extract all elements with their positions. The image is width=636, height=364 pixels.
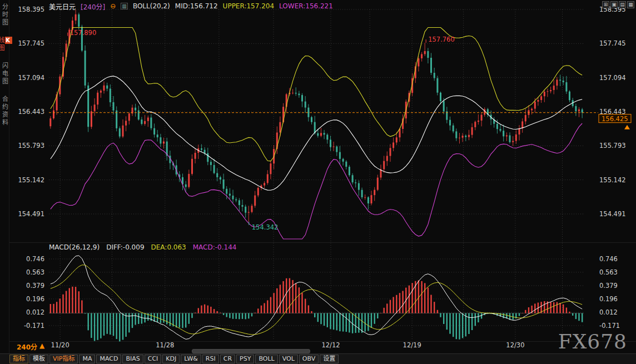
macd-dea-line — [51, 265, 582, 335]
svg-text:0.012: 0.012 — [26, 308, 44, 316]
toolbar-tab-vip-indicators[interactable]: VIP指标 — [49, 355, 78, 363]
svg-text:0.012: 0.012 — [599, 308, 618, 316]
svg-text:0.379: 0.379 — [26, 282, 44, 290]
toolbar-tab-psy[interactable]: PSY — [236, 355, 254, 363]
price-annotation: 157.760 — [426, 36, 455, 43]
toolbar-tab-settings[interactable]: 设置 — [320, 355, 339, 363]
price-direction-arrow-icon — [624, 125, 630, 129]
chart-canvas: 156.425157.890157.760154.342158.395158.3… — [0, 0, 636, 364]
indicator-icon[interactable]: ▥ — [121, 3, 128, 9]
symbol-title: 美元日元 — [49, 2, 76, 11]
toolbar-tab-bias[interactable]: BIAS — [122, 355, 143, 363]
svg-text:157.094: 157.094 — [18, 74, 44, 82]
add-icon[interactable]: ⊞ — [602, 1, 609, 8]
svg-text:0.196: 0.196 — [599, 295, 618, 303]
svg-text:-0.171: -0.171 — [24, 322, 44, 330]
svg-text:-0.171: -0.171 — [599, 322, 620, 330]
sidebar-item-k-line-chart[interactable]: K线图 — [0, 37, 12, 52]
boll-lower-value: LOWER:156.221 — [279, 2, 333, 10]
toolbar-tab-rsi[interactable]: RSI — [202, 355, 219, 363]
price-annotation: 157.890 — [68, 29, 97, 37]
sidebar-item-contract-info[interactable]: 合约资料 — [1, 96, 9, 127]
watermark: FX678 — [558, 330, 627, 353]
toolbar-tab-boll[interactable]: BOLL — [255, 355, 277, 363]
layout-icon[interactable]: ▤ — [619, 1, 626, 8]
macd-indicator-label: MACD(26,12,9) — [49, 243, 100, 251]
toolbar-tab-cci[interactable]: CCI — [145, 355, 162, 363]
macd-diff-value: DIFF:-0.009 — [106, 243, 144, 251]
toolbar-tab-obv[interactable]: OBV — [299, 355, 319, 363]
svg-text:11/20: 11/20 — [51, 341, 69, 349]
svg-text:157.745: 157.745 — [599, 39, 626, 47]
svg-text:157.760: 157.760 — [428, 36, 455, 43]
up-arrow-icon: ▲ — [39, 342, 44, 351]
k-line-badge: K — [5, 37, 12, 44]
macd-header: MACD(26,12,9) DIFF:-0.009 DEA:0.063 MACD… — [49, 243, 236, 251]
sidebar-item-label: 分时图 — [1, 3, 8, 27]
svg-text:0.379: 0.379 — [599, 282, 618, 290]
scale-icon[interactable]: ▣ — [610, 1, 618, 8]
chart-header: 美元日元 [240分] ⊖ ▥ BOLL(20,2) MID:156.712 U… — [49, 2, 333, 11]
indicator-toolbar: 指标模板VIP指标MAMACDBIASCCIKDJLW&RSICRPSYBOLL… — [0, 353, 636, 364]
svg-text:158.395: 158.395 — [18, 6, 44, 13]
grid-icon[interactable]: ▦ — [627, 1, 634, 8]
sidebar-item-label: 合约资料 — [1, 96, 8, 127]
sidebar-item-time-chart[interactable]: 分时图 — [1, 3, 9, 27]
x-axis-labels: 11/2011/2812/1212/1912/30 — [51, 341, 525, 349]
boll-upper-line — [51, 28, 582, 161]
svg-text:157.890: 157.890 — [70, 29, 97, 37]
toolbar-tab-macd[interactable]: MACD — [96, 355, 121, 363]
svg-text:0.563: 0.563 — [599, 268, 618, 276]
sidebar-item-label: 线图 — [0, 37, 4, 52]
left-sidebar: 分时图K线图闪电图合约资料 — [0, 0, 9, 353]
toolbar-tab-lwr[interactable]: LW& — [181, 355, 201, 363]
svg-text:12/30: 12/30 — [506, 341, 524, 349]
window-controls: ⊞▣▤▦ — [602, 1, 634, 8]
collapse-icon[interactable]: ⊖ — [110, 2, 116, 10]
sidebar-item-flash-chart[interactable]: 闪电图 — [1, 62, 9, 86]
macd-diff-line — [51, 256, 582, 340]
svg-text:0.196: 0.196 — [26, 295, 44, 303]
toolbar-tab-ma[interactable]: MA — [79, 355, 95, 363]
svg-text:157.745: 157.745 — [18, 39, 44, 47]
timeframe-label[interactable]: 240分 ▲ — [17, 342, 44, 351]
toolbar-tab-kdj[interactable]: KDJ — [162, 355, 180, 363]
current-price-badge: 156.425 — [599, 114, 631, 129]
svg-text:0.563: 0.563 — [26, 268, 44, 276]
toolbar-tab-templates[interactable]: 模板 — [29, 355, 48, 363]
svg-text:12/19: 12/19 — [403, 341, 421, 349]
boll-mid-value: MID:156.712 — [175, 2, 218, 10]
svg-text:0.746: 0.746 — [26, 255, 44, 263]
svg-text:0.746: 0.746 — [599, 255, 618, 263]
boll-indicator-label: BOLL(20,2) — [133, 2, 170, 10]
macd-macd-value: MACD:-0.144 — [193, 243, 237, 251]
timeframe-text: 240分 — [17, 342, 37, 351]
macd-histogram — [50, 278, 583, 342]
svg-text:12/12: 12/12 — [321, 341, 340, 349]
period-badge: [240分] — [81, 2, 105, 11]
svg-text:154.491: 154.491 — [18, 210, 44, 218]
sidebar-item-label: 闪电图 — [1, 62, 8, 86]
svg-text:154.342: 154.342 — [252, 223, 279, 231]
horizontal-scrollbar-thumb[interactable] — [192, 349, 310, 353]
svg-text:155.142: 155.142 — [18, 176, 44, 184]
svg-text:155.793: 155.793 — [18, 142, 44, 149]
macd-dea-value: DEA:0.063 — [151, 243, 186, 251]
axis-labels: 158.395158.395157.745157.745157.094157.0… — [18, 6, 625, 330]
candlestick-series — [49, 10, 583, 222]
boll-mid-line — [51, 76, 582, 190]
svg-text:11/28: 11/28 — [156, 341, 174, 349]
toolbar-tab-indicators[interactable]: 指标 — [9, 355, 28, 363]
trading-chart-app: 156.425157.890157.760154.342158.395158.3… — [0, 0, 636, 364]
svg-text:156.443: 156.443 — [18, 108, 44, 116]
svg-text:154.491: 154.491 — [599, 210, 626, 218]
toolbar-tab-vol[interactable]: VOL — [279, 355, 298, 363]
price-annotation: 154.342 — [249, 222, 279, 231]
svg-text:155.142: 155.142 — [599, 176, 626, 184]
svg-text:156.443: 156.443 — [599, 108, 626, 116]
boll-upper-value: UPPER:157.204 — [223, 2, 274, 10]
svg-text:155.793: 155.793 — [599, 142, 626, 149]
boll-lower-line — [51, 123, 582, 239]
svg-text:156.425: 156.425 — [602, 115, 628, 123]
toolbar-tab-cr[interactable]: CR — [220, 355, 235, 363]
